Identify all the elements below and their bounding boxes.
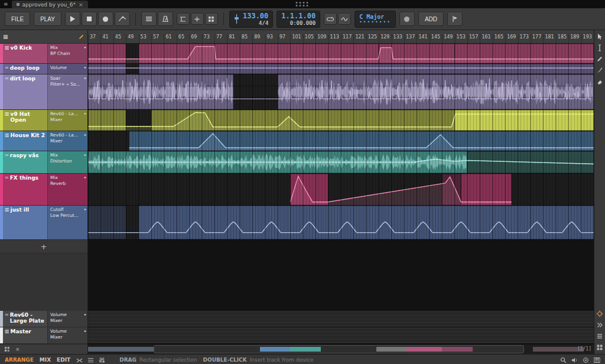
list-tool-icon[interactable]	[596, 333, 603, 340]
capture-button[interactable]	[399, 12, 415, 26]
track-header-raspy-v-s[interactable]: ≈raspy våsMixDistortion▸	[0, 151, 87, 174]
track-header-rev60-large-plate[interactable]: ≈Rev60 - Large PlateVolumeMixer▸	[0, 311, 87, 327]
edit-pencil-icon[interactable]	[78, 34, 84, 40]
pointer-tool-icon[interactable]	[596, 33, 603, 40]
search-icon[interactable]	[560, 357, 567, 363]
track-header-fx-things[interactable]: ≈FX thingsMixReverb▸	[0, 174, 87, 206]
track-header-deep-loop[interactable]: ≈deep loopVolume▸	[0, 64, 87, 74]
add-track-button[interactable]: ADD	[418, 12, 444, 26]
audio-engine-icon[interactable]	[571, 357, 578, 363]
metronome-button[interactable]	[158, 12, 173, 26]
track-header-v0-kick[interactable]: ▥v0 KickMixBP Chain▸	[0, 44, 87, 64]
chevron-right-icon[interactable]: ▸	[84, 152, 86, 157]
ibeam-tool-icon[interactable]	[596, 44, 603, 51]
chevron-right-icon[interactable]: ▸	[84, 76, 86, 80]
mixer-icon[interactable]	[99, 357, 105, 363]
horizontal-scrollbar[interactable]: [2/1]	[88, 344, 594, 354]
clip[interactable]	[461, 174, 512, 205]
track-device-chain[interactable]: MixDistortion▸	[47, 151, 87, 173]
detail-list-icon[interactable]	[87, 357, 94, 363]
chevron-right-icon[interactable]: ▸	[84, 111, 86, 116]
arranger-row-house-kit-2[interactable]	[88, 131, 594, 151]
dual-panel-icon[interactable]	[76, 357, 83, 363]
chevron-right-icon[interactable]: ▸	[84, 329, 86, 333]
arranger-empty-area[interactable]	[88, 240, 594, 311]
clip[interactable]	[88, 64, 126, 74]
snap-grid-button[interactable]	[205, 13, 218, 25]
add-clip-button[interactable]	[191, 13, 204, 25]
arranger-row-dirt-loop[interactable]	[88, 74, 594, 110]
file-button[interactable]: FILE	[5, 12, 30, 26]
chevron-right-icon[interactable]: ▸	[84, 65, 86, 70]
knife-tool-icon[interactable]	[596, 67, 603, 74]
track-device-chain[interactable]: Rev60 - La...Mixer▸	[47, 110, 87, 131]
play-button[interactable]	[65, 12, 80, 26]
track-device-chain[interactable]: Rev60 - La...Mixer▸	[47, 131, 87, 151]
track-device-chain[interactable]: CutoffLow Percut...▸	[47, 206, 87, 239]
loop-button[interactable]	[324, 13, 337, 25]
arranger-row-v0-kick[interactable]	[88, 44, 594, 64]
track-device-chain[interactable]: SoarFilter+ » So...▸	[47, 74, 87, 109]
tab-close-icon[interactable]: ×	[79, 2, 83, 8]
track-device-chain[interactable]: VolumeMixer▸	[47, 311, 87, 327]
position-display[interactable]: 1.1.1.00 0:00.000	[277, 11, 320, 28]
clip[interactable]	[139, 64, 594, 74]
playhead-position[interactable]: 1.1.1.00	[281, 12, 315, 20]
track-header-dirt-loop[interactable]: ≈dirt loopSoarFilter+ » So...▸	[0, 74, 87, 110]
punch-in-button[interactable]	[177, 13, 190, 25]
touch-icon[interactable]	[583, 357, 589, 363]
play-mode-button[interactable]: PLAY	[34, 12, 61, 26]
project-tab[interactable]: approved by you_6* ×	[12, 1, 88, 8]
arranger-row-fx-things[interactable]	[88, 174, 594, 206]
stop-button[interactable]	[82, 12, 97, 26]
track-header-house-kit-2[interactable]: ▥House Kit 2Rev60 - La...Mixer▸	[0, 131, 87, 151]
tab-edit[interactable]: EDIT	[57, 357, 70, 363]
footer-grid-icon[interactable]	[4, 346, 10, 352]
arranger-row-v9-hat-open[interactable]	[88, 110, 594, 131]
track-device-chain[interactable]: MixBP Chain▸	[47, 44, 87, 63]
automation-write-button[interactable]	[115, 12, 130, 26]
track-header-v9-hat-open[interactable]: ▥v9 Hat OpenRev60 - La...Mixer▸	[0, 110, 87, 131]
metronome-icon	[162, 15, 169, 22]
arranger-row-deep-loop[interactable]	[88, 64, 594, 74]
playhead-time[interactable]: 0:00.000	[290, 21, 315, 26]
record-button[interactable]	[98, 12, 113, 26]
footer-close-icon[interactable]: ×	[15, 346, 20, 352]
scrollbar-thumb[interactable]	[154, 345, 524, 353]
double-chevron-tool-icon[interactable]	[596, 321, 603, 329]
tempo-display[interactable]: 133.00 4/4	[229, 11, 273, 28]
tab-mix[interactable]: MIX	[40, 357, 51, 363]
arranger-row-master[interactable]	[88, 327, 594, 344]
layers-button[interactable]	[141, 12, 157, 26]
crosshair-tool-icon[interactable]	[596, 310, 603, 317]
groove-button[interactable]	[338, 13, 351, 25]
arranger-row-raspy-v-s[interactable]	[88, 151, 594, 174]
grid-tool-icon[interactable]	[596, 344, 603, 351]
bar-ruler[interactable]: 3741454953576165697377818589939710110510…	[88, 30, 594, 44]
tab-arrange[interactable]: ARRANGE	[5, 357, 34, 363]
track-device-chain[interactable]: VolumeMixer▸	[47, 327, 87, 343]
arranger-row-just-ill[interactable]	[88, 206, 594, 240]
instrument-track-icon: ▥	[5, 111, 9, 117]
track-header-master[interactable]: ▥MasterVolumeMixer▸	[0, 327, 87, 344]
chevron-right-icon[interactable]: ▸	[84, 312, 86, 317]
eraser-tool-icon[interactable]	[596, 78, 603, 85]
arranger-row-rev60-large-plate[interactable]	[88, 311, 594, 327]
track-grid-icon[interactable]: ▦	[3, 34, 8, 40]
chevron-right-icon[interactable]: ▸	[84, 45, 86, 50]
chevron-right-icon[interactable]: ▸	[84, 132, 86, 137]
time-signature[interactable]: 4/4	[259, 21, 268, 26]
marker-button[interactable]	[447, 12, 463, 26]
pencil-tool-icon[interactable]	[596, 56, 603, 63]
track-device-chain[interactable]: Volume▸	[47, 64, 87, 74]
window-menu-icon[interactable]: ≡	[4, 1, 8, 7]
tempo-value[interactable]: 133.00	[243, 12, 268, 20]
add-track-row[interactable]: +	[0, 240, 87, 254]
chevron-right-icon[interactable]: ▸	[84, 207, 86, 212]
chevron-right-icon[interactable]: ▸	[84, 175, 86, 180]
track-device-chain[interactable]: MixReverb▸	[47, 174, 87, 205]
track-header-just-ill[interactable]: ▥just illCutoffLow Percut...▸	[0, 206, 87, 240]
ruler-bar-label: 85	[240, 34, 248, 43]
key-display[interactable]: C Major ••••••••	[354, 11, 396, 28]
piano-keyboard-icon[interactable]	[594, 357, 600, 363]
